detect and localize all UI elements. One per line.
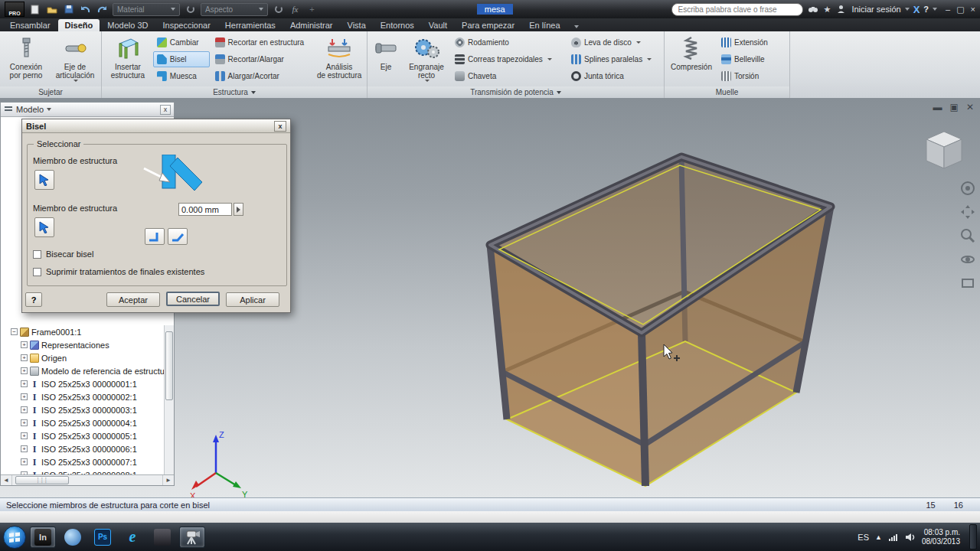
help-button[interactable]: ? [25, 292, 42, 307]
material-select[interactable]: Material [113, 3, 180, 16]
compresion-button[interactable]: Compresión [667, 33, 716, 85]
tree-item[interactable]: +Representaciones [1, 338, 163, 351]
browser-close-icon[interactable]: x [160, 105, 171, 115]
undo-icon[interactable] [79, 3, 92, 15]
rodamiento-button[interactable]: Rodamiento [451, 34, 566, 51]
extension-button[interactable]: Extensión [717, 34, 783, 51]
doc-close-icon[interactable]: ✕ [966, 102, 974, 112]
chaveta-button[interactable]: Chaveta [451, 68, 566, 84]
tree-item[interactable]: +IISO 25x25x3 00000006:1 [1, 442, 163, 455]
refresh-material-icon[interactable] [184, 3, 197, 15]
new-file-icon[interactable] [28, 3, 41, 15]
bevel-type1-toggle[interactable] [145, 228, 165, 245]
save-icon[interactable] [62, 3, 75, 15]
restore-window-icon[interactable]: ▢ [956, 5, 964, 15]
group-label-estructura[interactable]: Estructura [213, 88, 248, 96]
tab-vista[interactable]: Vista [341, 19, 373, 31]
orbit-icon[interactable] [960, 252, 975, 269]
expand-icon[interactable]: + [21, 393, 28, 400]
add-icon[interactable]: + [305, 3, 318, 15]
expand-icon[interactable]: + [21, 341, 28, 348]
bevel-distance-input[interactable] [178, 203, 232, 216]
appearance-select[interactable]: Aspecto [201, 3, 268, 16]
tree-item[interactable]: +IISO 25x25x3 00000001:1 [1, 377, 163, 390]
zoom-icon[interactable] [960, 228, 975, 245]
insertar-estructura-button[interactable]: Insertar estructura [104, 33, 152, 85]
expand-icon[interactable]: + [21, 432, 28, 439]
tab-en-linea[interactable]: En línea [522, 19, 567, 31]
favorites-star-icon[interactable]: ★ [824, 5, 831, 15]
taskbar-dark-app[interactable] [149, 527, 175, 548]
distance-spinner[interactable] [234, 203, 243, 216]
bisel-button[interactable]: Bisel [153, 51, 210, 67]
eje-button[interactable]: Eje [370, 33, 402, 85]
fx-parameters-icon[interactable]: fx [289, 3, 302, 15]
tab-para-empezar[interactable]: Para empezar [455, 19, 521, 31]
exchange-apps-button[interactable]: X [913, 4, 920, 15]
muesca-button[interactable]: Muesca [153, 68, 210, 84]
expand-icon[interactable]: + [21, 419, 28, 426]
taskbar-photoshop-app[interactable]: Ps [90, 527, 116, 548]
taskbar-screen-recorder-app[interactable] [179, 527, 205, 548]
doc-restore-icon[interactable]: ▣ [950, 102, 959, 112]
full-navigation-wheel-icon[interactable] [960, 181, 975, 197]
show-desktop-button[interactable] [969, 524, 977, 549]
pan-icon[interactable] [960, 204, 975, 221]
expand-icon[interactable]: + [21, 471, 28, 474]
tree-item[interactable]: +IISO 25x25x3 00000008:1 [1, 468, 163, 474]
engranaje-recto-button[interactable]: Engranaje recto [403, 33, 449, 85]
conexion-por-perno-button[interactable]: Conexión por perno [2, 33, 50, 85]
horizontal-scrollbar[interactable]: ◄ ┆┆┆ ► [1, 474, 174, 485]
clock[interactable]: 08:03 p.m. 08/03/2013 [922, 528, 960, 546]
tab-entornos[interactable]: Entornos [374, 19, 421, 31]
junta-torica-button[interactable]: Junta tórica [567, 68, 661, 84]
recortar-en-estructura-button[interactable]: Recortar en estructura [211, 34, 313, 51]
tab-vault[interactable]: Vault [422, 19, 454, 31]
tab-herramientas[interactable]: Herramientas [218, 19, 283, 31]
doc-minimize-icon[interactable]: ▬ [933, 102, 942, 112]
expand-icon[interactable]: + [21, 380, 28, 387]
collapse-icon[interactable]: − [11, 328, 18, 335]
group-label-transmision[interactable]: Transmisión de potencia [470, 88, 554, 96]
search-binoculars-icon[interactable] [807, 3, 820, 15]
viewport-canvas[interactable]: ▬ ▣ ✕ Z X Y Modelo x [0, 98, 980, 497]
scrollbar-thumb[interactable] [165, 331, 173, 400]
recortar-alargar-button[interactable]: Recortar/Alargar [211, 51, 313, 67]
scroll-left-icon[interactable]: ◄ [1, 475, 12, 485]
tree-item[interactable]: −Frame0001:1 [1, 325, 163, 338]
accept-button[interactable]: Aceptar [106, 292, 160, 307]
belleville-button[interactable]: Belleville [717, 51, 783, 67]
expand-icon[interactable]: + [21, 458, 28, 465]
show-hidden-icons[interactable]: ▲ [875, 533, 882, 541]
bevel-type2-toggle[interactable] [168, 228, 188, 245]
analisis-de-estructura-button[interactable]: Análisis de estructura [314, 33, 364, 85]
cambiar-button[interactable]: Cambiar [153, 34, 210, 51]
splines-paralelas-button[interactable]: Splines paralelas [567, 51, 661, 67]
taskbar-inventor-app[interactable]: In [30, 527, 56, 548]
tree-item[interactable]: +IISO 25x25x3 00000002:1 [1, 390, 163, 403]
view-cube[interactable] [922, 129, 966, 174]
scroll-right-icon[interactable]: ► [162, 475, 174, 485]
tab-ensamblar[interactable]: Ensamblar [3, 19, 57, 31]
cancel-button[interactable]: Cancelar [166, 292, 220, 306]
member2-select-button[interactable] [34, 217, 54, 237]
dialog-title-bar[interactable]: Bisel x [22, 119, 290, 133]
scrollbar-thumb[interactable]: ┆┆┆ [15, 476, 69, 484]
look-at-icon[interactable] [960, 276, 975, 292]
expand-icon[interactable]: + [21, 445, 28, 452]
vertical-scrollbar[interactable] [164, 325, 174, 474]
ribbon-options-caret-icon[interactable] [574, 25, 579, 28]
expand-icon[interactable]: + [21, 354, 28, 361]
tree-item[interactable]: +IISO 25x25x3 00000005:1 [1, 429, 163, 442]
open-file-icon[interactable] [45, 3, 58, 15]
taskbar-media-app[interactable] [60, 527, 86, 548]
member1-select-button[interactable] [34, 170, 54, 190]
help-button[interactable]: ? [923, 5, 929, 14]
dialog-close-icon[interactable]: x [274, 121, 286, 132]
tree-item[interactable]: +IISO 25x25x3 00000003:1 [1, 403, 163, 416]
sign-in-link[interactable]: Iniciar sesión [851, 5, 900, 14]
correas-trapezoidales-button[interactable]: Correas trapezoidales [451, 51, 566, 67]
volume-icon[interactable] [905, 533, 916, 542]
eje-de-articulacion-button[interactable]: Eje de articulación [51, 33, 99, 85]
start-button[interactable] [3, 526, 26, 549]
